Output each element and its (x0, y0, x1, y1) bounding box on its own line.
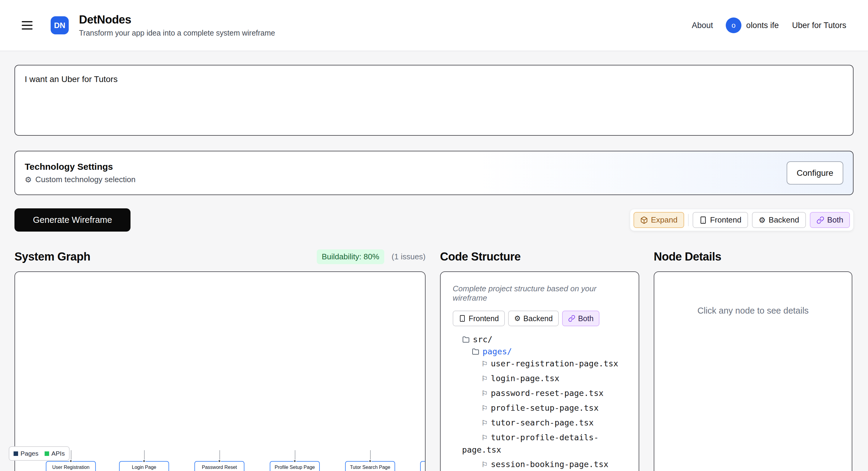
node-details-empty-state: Click any node to see details (654, 306, 852, 316)
file-flag-icon: ⚐ (481, 360, 488, 368)
page-title: DetNodes (79, 13, 275, 26)
node-details-header: Node Details (654, 250, 852, 264)
toolbar-divider (688, 214, 689, 226)
link-icon (568, 315, 575, 322)
tab-backend[interactable]: ⚙ Backend (508, 311, 559, 326)
graph-legend: Pages APIs (9, 446, 70, 461)
nav-about-link[interactable]: About (692, 21, 713, 30)
code-structure-description: Complete project structure based on your… (453, 284, 627, 303)
technology-settings-panel: Technology Settings ⚙ Custom technology … (14, 151, 854, 195)
frontend-view-button[interactable]: Frontend (692, 212, 748, 228)
tree-file-row[interactable]: ⚐tutor-profile-details-page.tsx (453, 432, 627, 456)
legend-label: Pages (21, 450, 38, 457)
graph-canvas[interactable]: User Registration Login Page Password Re… (15, 272, 425, 471)
hamburger-menu-icon[interactable] (22, 21, 34, 30)
file-flag-icon: ⚐ (481, 461, 488, 469)
logo-text: DN (54, 21, 65, 30)
tree-file-row[interactable]: ⚐user-registration-page.tsx (453, 358, 627, 370)
file-flag-icon: ⚐ (481, 389, 488, 398)
tree-folder-pages[interactable]: pages/ (453, 346, 627, 358)
app-idea-input[interactable]: I want an Uber for Tutors (14, 65, 854, 136)
legend-swatch (44, 451, 49, 456)
tab-backend-label: Backend (524, 314, 553, 323)
current-project-name: Uber for Tutors (792, 21, 846, 30)
tab-frontend[interactable]: Frontend (453, 311, 505, 326)
smartphone-icon (699, 216, 707, 224)
file-name: profile-setup-page.tsx (491, 403, 599, 412)
both-label: Both (827, 215, 844, 225)
backend-view-button[interactable]: ⚙ Backend (752, 212, 806, 228)
folder-name-src: src/ (473, 335, 493, 344)
tab-frontend-label: Frontend (469, 314, 499, 323)
node-handle-dot (69, 460, 72, 463)
legend-item: APIs (44, 450, 65, 457)
tree-folder-src[interactable]: src/ (453, 333, 627, 346)
tree-file-row[interactable]: ⚐profile-setup-page.tsx (453, 402, 627, 414)
technology-settings-title: Technology Settings (25, 161, 135, 172)
columns-grid: System Graph Buildability: 80% (1 issues… (14, 250, 854, 471)
gear-icon: ⚙ (758, 216, 766, 224)
file-flag-icon: ⚐ (481, 375, 488, 383)
legend-swatch (13, 451, 18, 456)
node-handle-dot (293, 460, 296, 463)
graph-node[interactable]: Tutor Search Page (345, 461, 395, 471)
file-name: tutor-search-page.tsx (491, 418, 594, 427)
view-toolbar: Expand Frontend ⚙ Backend Both (630, 209, 854, 231)
node-handle-dot (218, 460, 221, 463)
graph-node[interactable]: User Registration (46, 461, 96, 471)
file-name: session-booking-page.tsx (491, 460, 609, 469)
header-nav: About o olonts ife Uber for Tutors (692, 18, 846, 33)
tree-file-row[interactable]: ⚐password-reset-page.tsx (453, 387, 627, 400)
file-name: login-page.tsx (491, 374, 560, 383)
legend-item: Pages (13, 450, 38, 457)
code-structure-tabs: Frontend ⚙ Backend Both (453, 311, 627, 326)
avatar-initial: o (732, 21, 735, 30)
system-graph-title: System Graph (14, 250, 90, 263)
issues-label: (1 issues) (392, 252, 426, 261)
graph-node[interactable]: Password Reset (194, 461, 244, 471)
technology-settings-subtitle: Custom technology selection (35, 175, 135, 184)
user-name: olonts ife (746, 21, 779, 30)
expand-button[interactable]: Expand (633, 212, 684, 228)
title-block: DetNodes Transform your app idea into a … (79, 13, 275, 37)
generate-wireframe-button[interactable]: Generate Wireframe (14, 208, 130, 232)
file-name: user-registration-page.tsx (491, 359, 618, 368)
node-details-panel: Click any node to see details (654, 271, 852, 471)
graph-node[interactable] (420, 461, 425, 471)
folder-icon (472, 348, 479, 355)
node-label[interactable] (420, 461, 425, 471)
box-icon (640, 216, 648, 224)
page-subtitle: Transform your app idea into a complete … (79, 29, 275, 37)
main-content: I want an Uber for Tutors Technology Set… (0, 65, 868, 471)
both-view-button[interactable]: Both (810, 212, 850, 228)
file-flag-icon: ⚐ (481, 434, 488, 442)
tree-file-row[interactable]: ⚐tutor-search-page.tsx (453, 417, 627, 429)
avatar[interactable]: o (726, 18, 741, 33)
code-structure-header: Code Structure (440, 250, 639, 264)
link-icon (816, 216, 824, 224)
tab-both[interactable]: Both (562, 311, 599, 326)
tab-both-label: Both (578, 314, 593, 323)
action-row: Generate Wireframe Expand Frontend ⚙ Bac… (14, 208, 854, 232)
code-structure-panel: Complete project structure based on your… (440, 271, 639, 471)
node-handle-dot (369, 460, 372, 463)
buildability-badge: Buildability: 80% (317, 249, 384, 264)
tree-file-row[interactable]: ⚐session-booking-page.tsx (453, 458, 627, 471)
app-header: DN DetNodes Transform your app idea into… (0, 0, 868, 51)
expand-label: Expand (651, 215, 678, 225)
node-handle-dot (143, 460, 146, 463)
graph-node[interactable]: Login Page (119, 461, 169, 471)
file-name: password-reset-page.tsx (491, 388, 604, 398)
gear-icon: ⚙ (514, 315, 521, 322)
folder-icon (462, 336, 470, 343)
backend-label: Backend (769, 215, 799, 225)
frontend-label: Frontend (710, 215, 741, 225)
system-graph-header: System Graph Buildability: 80% (1 issues… (14, 250, 426, 264)
app-logo: DN (51, 16, 69, 34)
graph-node[interactable]: Profile Setup Page (270, 461, 320, 471)
tree-file-row[interactable]: ⚐login-page.tsx (453, 373, 627, 385)
configure-button[interactable]: Configure (786, 161, 843, 184)
technology-settings-text: Technology Settings ⚙ Custom technology … (25, 161, 135, 184)
tree-files: ⚐user-registration-page.tsx ⚐login-page.… (453, 358, 627, 471)
gear-icon: ⚙ (25, 176, 32, 184)
